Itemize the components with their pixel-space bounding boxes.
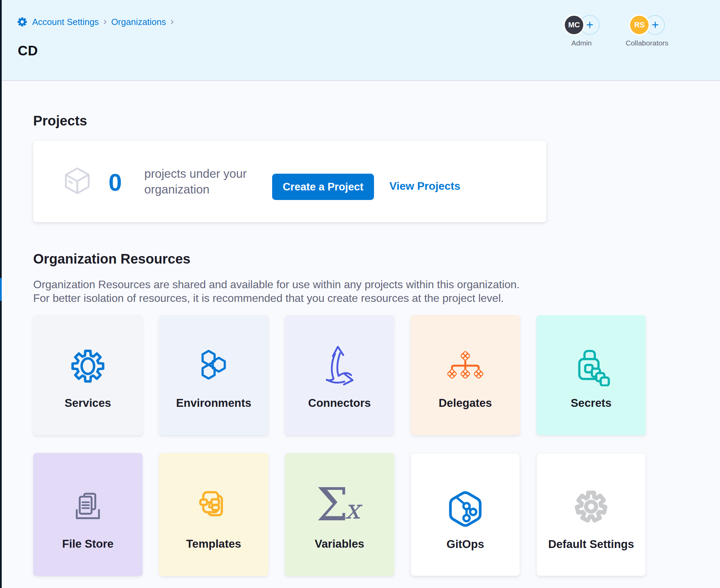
- resource-card-services[interactable]: Services: [33, 315, 143, 435]
- resource-card-label: Secrets: [536, 397, 646, 410]
- resource-card-label: Services: [33, 397, 143, 410]
- secrets-lock-icon: [536, 348, 646, 386]
- resource-card-label: Default Settings: [537, 538, 645, 551]
- admin-group: MC + Admin: [563, 14, 600, 47]
- environments-hexagons-icon: [159, 348, 268, 383]
- admin-label: Admin: [571, 39, 592, 47]
- resource-card-environments[interactable]: Environments: [159, 315, 268, 435]
- view-projects-link[interactable]: View Projects: [389, 180, 461, 192]
- sigma-glyph: Σ: [316, 482, 348, 527]
- resource-card-grid: Services Environments: [33, 315, 646, 576]
- plus-icon: +: [586, 18, 593, 32]
- resources-description-line2: For better isolation of resources, it is…: [33, 291, 520, 305]
- resource-card-default-settings[interactable]: Default Settings: [536, 453, 646, 576]
- projects-count: 0: [95, 169, 136, 196]
- create-project-button[interactable]: Create a Project: [272, 174, 374, 200]
- settings-gear-icon: [17, 16, 28, 27]
- admin-avatar[interactable]: MC: [563, 14, 585, 36]
- resource-card-label: Connectors: [285, 397, 394, 410]
- resource-card-label: Variables: [285, 537, 394, 550]
- collaborator-avatar[interactable]: RS: [629, 14, 650, 36]
- resource-card-label: GitOps: [411, 538, 520, 551]
- resource-card-label: Templates: [159, 537, 268, 550]
- breadcrumb-organizations[interactable]: Organizations: [111, 17, 166, 27]
- delegates-hierarchy-icon: [411, 348, 520, 386]
- resource-card-gitops[interactable]: GitOps: [411, 453, 520, 576]
- file-store-documents-icon: [33, 489, 143, 524]
- chevron-right-icon: ›: [103, 16, 107, 26]
- projects-summary-card: 0 projects under your organization Creat…: [33, 141, 546, 222]
- services-gear-icon: [33, 348, 143, 384]
- resource-card-secrets[interactable]: Secrets: [536, 315, 646, 435]
- resource-card-label: Delegates: [411, 397, 520, 410]
- projects-heading: Projects: [33, 113, 87, 129]
- resource-card-variables[interactable]: Σ x Variables: [285, 453, 394, 576]
- resources-heading: Organization Resources: [33, 251, 190, 267]
- page-header: Account Settings › Organizations › CD MC…: [0, 0, 720, 81]
- resource-card-templates[interactable]: Templates: [159, 453, 268, 576]
- resource-card-connectors[interactable]: Connectors: [285, 315, 394, 435]
- projects-caption: projects under your organization: [144, 166, 247, 197]
- org-title: CD: [18, 43, 38, 58]
- left-nav-active-indicator: [0, 278, 2, 301]
- collaborators-group: RS + Collaborators: [626, 14, 668, 47]
- resources-description: Organization Resources are shared and av…: [33, 278, 520, 305]
- templates-pages-icon: [159, 489, 268, 524]
- resource-card-delegates[interactable]: Delegates: [411, 315, 520, 435]
- project-cube-icon: [60, 165, 94, 199]
- gitops-branch-icon: [411, 489, 520, 529]
- breadcrumb: Account Settings › Organizations ›: [17, 16, 174, 27]
- plus-icon: +: [652, 18, 659, 32]
- variables-sigma-icon: Σ x: [285, 489, 394, 533]
- connectors-arrows-icon: [285, 344, 394, 387]
- breadcrumb-account-settings[interactable]: Account Settings: [32, 17, 99, 27]
- resources-description-line1: Organization Resources are shared and av…: [33, 278, 520, 291]
- left-nav-rail: [0, 0, 2, 588]
- default-settings-gear-icon: [537, 489, 645, 524]
- chevron-right-icon: ›: [171, 16, 174, 26]
- resource-card-file-store[interactable]: File Store: [33, 453, 143, 576]
- resource-card-label: File Store: [33, 537, 143, 550]
- resource-card-label: Environments: [159, 397, 268, 410]
- sigma-x-glyph: x: [345, 494, 360, 525]
- collaborators-label: Collaborators: [626, 39, 668, 47]
